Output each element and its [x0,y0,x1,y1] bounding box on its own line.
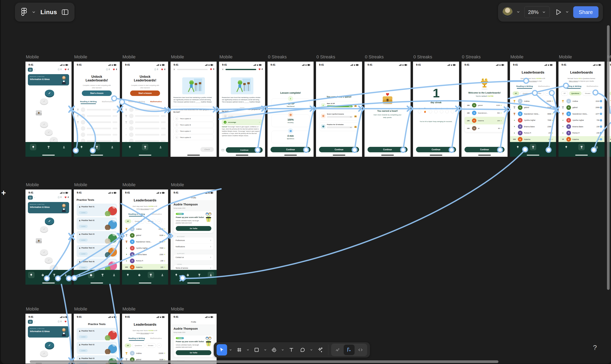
nav-trophy-item[interactable] [578,144,585,150]
nav-trophy-item[interactable] [93,144,100,150]
mobile-frame[interactable]: 0 Streaks9:41 Welcome to the Leaderboard… [461,62,507,157]
answer-option[interactable]: BThis is option B [173,122,214,128]
filter-chip-xp[interactable]: XP [513,91,519,96]
go-turbo-button[interactable]: Go Turbo [176,350,211,355]
frame-label[interactable]: Mobile [559,54,572,60]
unit-banner[interactable]: READING & WRITING Information & Ideas [28,326,69,338]
nav-bulb-item[interactable] [563,144,569,150]
frame-label[interactable]: Mobile [74,182,87,187]
code-tool-button[interactable] [355,345,366,355]
mobile-frame[interactable]: Mobile9:41 Leaderboards Don't stop now! … [510,62,556,157]
share-button[interactable]: Share [573,6,598,18]
filter-chip-xp[interactable]: XP [561,91,568,96]
measure-tool-button[interactable] [344,345,355,355]
practice-test-card[interactable]: Practice Test #1 Locked [77,328,117,340]
nav-person-item[interactable] [594,144,600,150]
settings-row[interactable]: Notifications [174,243,214,250]
nav-person-item[interactable] [208,272,214,278]
frame-label[interactable]: Mobile [171,306,184,312]
report-envelope-icon[interactable] [221,149,224,151]
continue-button[interactable]: Continue [367,147,407,152]
nav-stopwatch-item[interactable] [136,272,143,278]
actions-sparkle-icon[interactable] [315,344,325,355]
lesson-link[interactable]: Take a lesson [569,80,578,82]
tab-reading-writing[interactable]: Reading & Writing [80,100,97,104]
practice-test-card[interactable]: Practice Test #3 Locked [77,231,117,244]
frame-label[interactable]: Mobile [26,306,39,312]
start-lesson-button[interactable]: Start a lesson [130,91,160,96]
nav-person-item[interactable] [545,144,552,150]
close-lesson-icon[interactable] [222,68,224,70]
comment-tool-chevron-icon[interactable] [309,346,314,354]
unit-banner[interactable]: READING & WRITING Information & Ideas [28,74,69,85]
nav-bulb-item[interactable] [28,272,35,278]
lesson-node-locked[interactable] [40,249,48,255]
nav-trophy-item[interactable] [148,272,154,278]
help-button[interactable]: ? [593,344,597,351]
lesson-node-locked[interactable] [40,226,48,232]
frame-tool-chevron-icon[interactable] [245,346,250,354]
frame-label[interactable]: Mobile [74,306,87,312]
unit-banner[interactable]: READING & WRITING Information & Ideas [28,202,69,213]
mobile-frame[interactable]: 0 Streaks9:41 1 day streak M TU W TH F S… [413,62,459,157]
frame-label[interactable]: Mobile [122,306,136,312]
zoom-level-dropdown[interactable]: 28% [524,6,550,18]
nav-trophy-item[interactable] [45,144,52,150]
nav-bulb-item[interactable] [127,144,133,150]
frame-label[interactable]: Mobile [122,54,136,60]
settings-row[interactable]: Contact us [174,254,214,260]
go-turbo-button[interactable]: Go Turbo [176,226,211,231]
mobile-frame[interactable]: Mobile9:41 0 4 READING & WRITING Informa… [26,314,72,364]
comment-tool-button[interactable] [298,344,308,355]
nav-bulb-item[interactable] [173,272,180,278]
frame-label[interactable]: Mobile [122,182,136,187]
mobile-frame[interactable]: Mobile9:41 Leaderboards Don't stop now! … [122,189,168,285]
figma-logo-icon[interactable] [21,8,27,17]
frame-label[interactable]: Mobile [510,54,523,60]
practice-test-card[interactable]: Practice Test #5 Locked [77,259,117,271]
frame-label[interactable]: 0 Streaks [316,54,335,60]
mobile-frame[interactable]: Mobile9:41 0 4 UnlockLeaderboards! Compl… [74,62,120,157]
answer-option[interactable]: AThis is option A [173,116,214,121]
nav-trophy-item[interactable] [142,144,148,150]
practice-test-card[interactable]: Practice Test #2 Locked [77,217,117,230]
nav-trophy-item[interactable] [51,272,58,278]
lesson-node-locked[interactable] [40,121,48,127]
settings-row[interactable]: Preferences [174,237,214,243]
shape-tool-chevron-icon[interactable] [263,346,268,354]
lesson-node-active[interactable] [45,218,54,224]
mobile-frame[interactable]: Mobile9:41 0 4 READING & WRITING Informa… [26,189,72,285]
nav-bulb-item[interactable] [78,144,85,150]
filter-chip-xp[interactable]: XP [610,91,611,96]
filter-chip-questions[interactable]: Questions [569,91,582,96]
tab-reading-writing[interactable]: Reading & Writing [128,213,145,217]
chips-more-chevron-icon[interactable] [157,343,161,348]
lesson-node-locked[interactable] [45,257,53,263]
nav-trophy-item[interactable] [196,272,203,278]
chips-more-chevron-icon[interactable] [594,91,598,96]
filter-chip-xp[interactable]: XP [125,219,131,223]
mobile-frame[interactable]: Mobile9:41 Profile Audrie Thompson funny… [170,189,217,285]
shape-tool-button[interactable] [251,344,262,355]
tab-reading-writing[interactable]: Reading & Writing [565,85,581,89]
lesson-node-locked[interactable] [45,129,53,135]
continue-button[interactable]: Continue [271,147,311,152]
tab-reading-writing[interactable]: Reading & Writing [128,100,145,104]
filter-chip-questions[interactable]: Questions [520,91,533,96]
nav-person-item[interactable] [111,272,117,278]
course-badge[interactable] [28,320,33,324]
file-title[interactable]: Linus [40,9,57,15]
file-menu-chevron-icon[interactable] [32,10,36,14]
tab-mathematics[interactable]: Mathematics [150,213,162,217]
present-chevron-icon[interactable] [565,10,570,14]
nav-stopwatch-item[interactable] [39,272,46,278]
nav-stopwatch-item[interactable] [88,272,94,278]
continue-button[interactable]: Continue [226,147,263,153]
nav-bulb-item[interactable] [76,272,83,278]
frame-label[interactable]: Mobile [220,54,233,60]
chest-node[interactable] [35,236,43,245]
mobile-frame[interactable]: Mobile9:41 0 4 READING & WRITING Informa… [26,62,72,157]
nav-bulb-item[interactable] [30,144,36,150]
pen-tool-chevron-icon[interactable] [280,346,285,354]
chips-more-chevron-icon[interactable] [545,91,549,96]
